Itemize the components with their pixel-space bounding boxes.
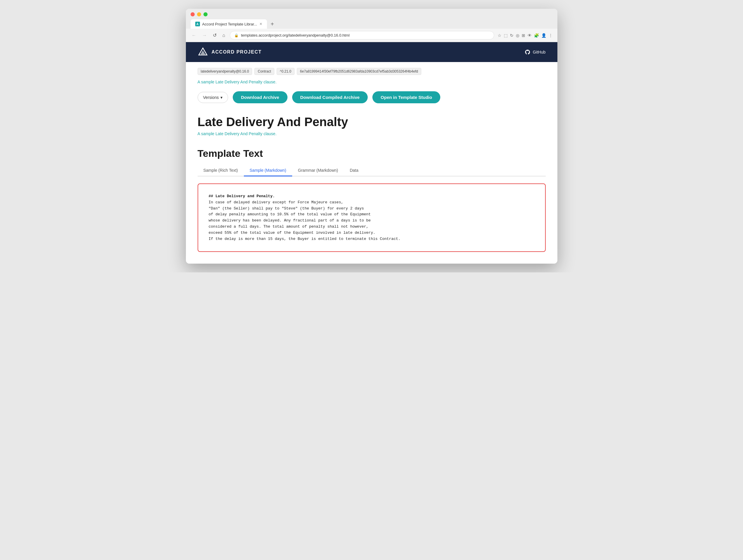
site-header: ACCORD PROJECT GitHub: [186, 42, 557, 62]
meta-tag-version: ^0.21.0: [277, 68, 295, 75]
traffic-lights: [190, 12, 553, 16]
action-row: Versions ▾ Download Archive Download Com…: [198, 91, 546, 103]
browser-window: A Accord Project Template Librar... ✕ + …: [186, 9, 557, 264]
tab-grammar-markdown[interactable]: Grammar (Markdown): [292, 165, 344, 176]
account-icon[interactable]: 👤: [541, 33, 546, 38]
open-template-studio-button[interactable]: Open in Template Studio: [373, 91, 440, 103]
page-title: Late Delivery And Penalty: [198, 115, 546, 129]
download-compiled-archive-button[interactable]: Download Compiled Archive: [292, 91, 368, 103]
section-title: Template Text: [198, 148, 546, 159]
tab-close-icon[interactable]: ✕: [259, 22, 262, 26]
maximize-button[interactable]: [204, 12, 208, 16]
code-body: In case of delayed delivery except for F…: [209, 200, 400, 241]
back-button[interactable]: ←: [190, 32, 198, 39]
github-link[interactable]: GitHub: [525, 49, 546, 55]
versions-label: Versions: [203, 95, 219, 100]
versions-button[interactable]: Versions ▾: [198, 92, 228, 103]
top-subtitle: A sample Late Delivery And Penalty claus…: [198, 80, 546, 84]
grid-icon[interactable]: ⊞: [522, 33, 525, 38]
lock-icon: 🔒: [234, 33, 238, 38]
meta-tags: latedeliveryandpenalty@0.16.0 Contract ^…: [198, 68, 546, 75]
address-input[interactable]: 🔒 templates.accordproject.org/latedelive…: [230, 31, 494, 40]
tab-bar: A Accord Project Template Librar... ✕ +: [190, 19, 553, 29]
github-icon: [525, 49, 530, 55]
eye-icon[interactable]: 👁: [528, 33, 532, 38]
browser-tab[interactable]: A Accord Project Template Librar... ✕: [190, 19, 267, 29]
refresh-icon[interactable]: ↻: [510, 33, 514, 38]
download-archive-button[interactable]: Download Archive: [233, 91, 287, 103]
menu-icon[interactable]: ⋮: [549, 33, 553, 38]
url-text: templates.accordproject.org/latedelivery…: [241, 33, 489, 38]
logo-text: ACCORD PROJECT: [212, 49, 262, 55]
tab-title: Accord Project Template Librar...: [202, 22, 257, 26]
github-label: GitHub: [533, 50, 546, 54]
browser-toolbar-icons: ☆ ⬚ ↻ ◎ ⊞ 👁 🧩 👤 ⋮: [498, 33, 553, 38]
page-content: ACCORD PROJECT GitHub latedeliveryandpen…: [186, 42, 557, 264]
minimize-button[interactable]: [197, 12, 201, 16]
meta-tag-type: Contract: [254, 68, 274, 75]
home-button[interactable]: ⌂: [221, 32, 227, 39]
meta-tag-name: latedeliveryandpenalty@0.16.0: [198, 68, 252, 75]
meta-tag-hash: 6e7a81999414f30ef79fb2051d62983afda10903…: [297, 68, 421, 75]
code-content: ## Late Delivery and Penalty. In case of…: [209, 193, 534, 242]
reload-button[interactable]: ↺: [212, 31, 218, 39]
tab-favicon: A: [195, 21, 200, 26]
main-content: latedeliveryandpenalty@0.16.0 Contract ^…: [186, 62, 557, 264]
site-logo: ACCORD PROJECT: [198, 47, 262, 57]
title-bar: A Accord Project Template Librar... ✕ +: [186, 9, 557, 29]
tab-data[interactable]: Data: [344, 165, 364, 176]
accord-logo-icon: [198, 47, 208, 57]
capture-icon[interactable]: ⬚: [504, 33, 508, 38]
code-box: ## Late Delivery and Penalty. In case of…: [198, 183, 546, 252]
circle-icon[interactable]: ◎: [516, 33, 519, 38]
page-subtitle: A sample Late Delivery And Penalty claus…: [198, 131, 546, 136]
close-button[interactable]: [190, 12, 195, 16]
tab-sample-markdown[interactable]: Sample (Markdown): [244, 165, 292, 176]
star-icon[interactable]: ☆: [498, 33, 501, 38]
code-heading: ## Late Delivery and Penalty.: [209, 194, 275, 198]
chevron-down-icon: ▾: [220, 95, 222, 100]
tab-sample-rich-text[interactable]: Sample (Rich Text): [198, 165, 244, 176]
puzzle-icon[interactable]: 🧩: [534, 33, 539, 38]
tabs: Sample (Rich Text) Sample (Markdown) Gra…: [198, 165, 546, 176]
new-tab-button[interactable]: +: [268, 19, 276, 29]
forward-button[interactable]: →: [201, 32, 208, 39]
address-bar-row: ← → ↺ ⌂ 🔒 templates.accordproject.org/la…: [186, 29, 557, 42]
